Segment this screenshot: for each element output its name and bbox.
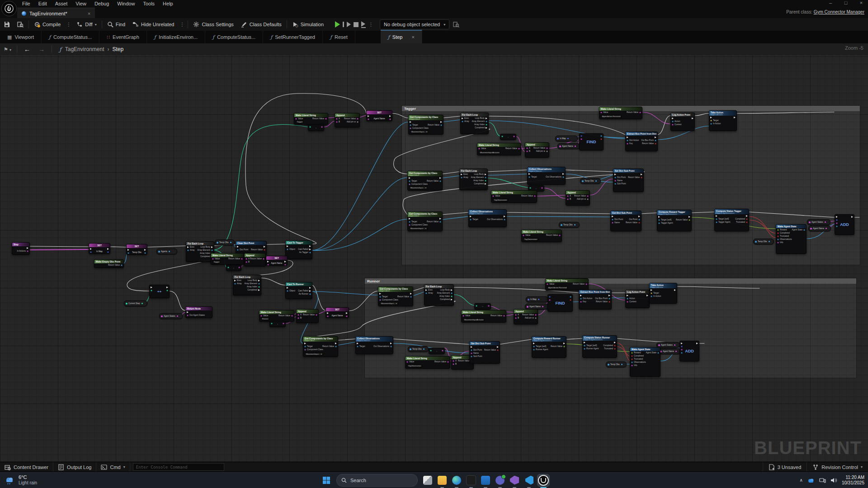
data-pin[interactable] — [471, 352, 472, 354]
data-pin[interactable] — [304, 346, 306, 347]
graph-node-add[interactable]: ADD — [835, 214, 854, 235]
data-pin[interactable] — [526, 147, 528, 149]
compile-button[interactable]: Compile — [30, 18, 64, 31]
data-pin[interactable] — [746, 221, 748, 223]
data-pin[interactable] — [523, 235, 524, 236]
data-pin[interactable] — [409, 180, 410, 182]
data-pin[interactable] — [627, 140, 628, 141]
exec-pin[interactable] — [368, 115, 369, 117]
data-pin[interactable] — [547, 283, 548, 285]
variable-pill-temp-obs[interactable]: Temp Obs — [215, 239, 235, 245]
exec-pin[interactable] — [696, 343, 698, 344]
data-pin[interactable] — [166, 290, 168, 291]
data-pin[interactable] — [657, 352, 659, 354]
exec-pin[interactable] — [497, 346, 499, 348]
graph-node-get-components-by-class[interactable]: Get Components by ClassTarget is ActorTa… — [378, 286, 413, 306]
volume-icon[interactable] — [830, 478, 837, 483]
exec-pin[interactable] — [389, 115, 391, 117]
exec-pin[interactable] — [614, 342, 616, 343]
data-pin[interactable] — [580, 135, 582, 137]
graph-node-make-literal-string[interactable]: Make Literal StringValueReturn ValueTagO… — [521, 230, 562, 242]
data-pin[interactable] — [777, 232, 779, 234]
data-pin[interactable] — [291, 315, 293, 317]
variable-pill-temp-obs[interactable]: Temp Obs — [606, 361, 627, 367]
graph-node-collect-observations[interactable]: Collect ObservationsTarget is ObserverTa… — [355, 336, 393, 354]
graph-node-set[interactable]: SETAgent Name — [266, 256, 288, 266]
data-pin[interactable] — [570, 299, 571, 301]
data-pin[interactable] — [357, 118, 359, 120]
data-pin[interactable] — [357, 121, 359, 123]
data-pin[interactable] — [533, 349, 535, 351]
exec-pin[interactable] — [258, 280, 260, 282]
data-pin[interactable] — [260, 315, 262, 317]
exec-pin[interactable] — [151, 286, 152, 288]
data-pin[interactable] — [501, 136, 503, 137]
data-pin[interactable] — [567, 198, 569, 200]
data-pin[interactable] — [587, 198, 589, 200]
exec-pin[interactable] — [304, 343, 306, 344]
graph-node-log-action-point[interactable]: Log Action PointActionContext — [670, 113, 695, 131]
graph-node-make-literal-string[interactable]: Make Literal StringValueReturn ValueAgen… — [545, 278, 589, 291]
graph-node--[interactable]: · — [308, 124, 324, 131]
data-pin[interactable] — [297, 317, 299, 319]
data-pin[interactable] — [689, 219, 690, 221]
exec-pin[interactable] — [504, 216, 505, 217]
exec-pin[interactable] — [439, 177, 441, 179]
graph-node-make-literal-string[interactable]: Make Literal StringValueReturn ValueMove… — [461, 310, 506, 323]
exec-pin[interactable] — [689, 216, 690, 218]
graph-node-step[interactable]: StepIn Actions — [12, 242, 30, 255]
data-pin[interactable] — [681, 349, 683, 351]
data-pin[interactable] — [609, 298, 610, 300]
exec-pin[interactable] — [710, 117, 712, 118]
exec-pin[interactable] — [187, 311, 189, 313]
data-pin[interactable] — [264, 249, 265, 251]
variable-pill-temp-obs[interactable]: Temp Obs — [408, 346, 429, 352]
data-pin[interactable] — [271, 323, 273, 324]
data-pin[interactable] — [529, 187, 531, 189]
data-pin[interactable] — [631, 365, 633, 366]
graph-node-add[interactable]: ADD — [679, 341, 699, 361]
data-pin[interactable] — [777, 242, 779, 244]
data-pin[interactable] — [746, 218, 748, 220]
data-pin[interactable] — [526, 150, 528, 152]
data-pin[interactable] — [478, 148, 480, 150]
class-settings-button[interactable]: Class Settings — [189, 18, 237, 31]
data-pin[interactable] — [492, 195, 494, 197]
exec-pin[interactable] — [533, 343, 535, 344]
graph-node--[interactable]: · — [226, 265, 241, 271]
data-pin[interactable] — [430, 350, 432, 352]
graph-node-append[interactable]: AppendABReturn ValueAdd pin ⊕ — [525, 142, 549, 158]
data-pin[interactable] — [357, 346, 359, 347]
data-pin[interactable] — [425, 292, 427, 294]
data-pin[interactable] — [245, 261, 247, 263]
data-pin[interactable] — [187, 314, 189, 316]
data-pin[interactable] — [546, 147, 548, 149]
data-pin[interactable] — [580, 301, 582, 303]
exec-pin[interactable] — [655, 136, 656, 138]
node-value-field[interactable]: MovementInput… ▾ — [305, 352, 323, 356]
exec-pin[interactable] — [612, 216, 613, 217]
data-pin[interactable] — [440, 124, 442, 126]
data-pin[interactable] — [528, 176, 530, 178]
exec-pin[interactable] — [563, 343, 565, 344]
variable-pill-current-step[interactable]: Current Step — [124, 300, 147, 306]
graph-node-make-literal-string[interactable]: Make Literal StringValueReturn ValueAgen… — [599, 107, 642, 119]
forward-button[interactable]: → — [34, 46, 49, 53]
exec-pin[interactable] — [409, 218, 410, 220]
graph-node-make-literal-string[interactable]: Make Literal StringValueReturn ValueTagO… — [491, 190, 537, 203]
graph-node-make-empty-obs-point[interactable]: Make Empty Obs PointReturn Value — [94, 259, 124, 268]
taskbar-app-unreal-editor[interactable] — [538, 474, 549, 486]
exec-pin[interactable] — [734, 117, 736, 118]
data-pin[interactable] — [627, 301, 628, 303]
data-pin[interactable] — [614, 180, 616, 182]
exec-pin[interactable] — [335, 343, 337, 344]
node-value-field[interactable]: MovementInput… ▾ — [410, 130, 429, 133]
tab-reset[interactable]: ƒReset — [323, 31, 355, 43]
data-pin[interactable] — [535, 314, 537, 316]
exec-pin[interactable] — [90, 248, 92, 250]
graph-node-make-literal-string[interactable]: Make Literal StringValueReturn ValueTagg… — [294, 113, 328, 125]
data-pin[interactable] — [316, 314, 317, 316]
node-value-field[interactable]: Tagger — [212, 260, 221, 263]
data-pin[interactable] — [439, 180, 441, 182]
graph-node-set[interactable]: SETTemp Obs — [126, 244, 147, 255]
